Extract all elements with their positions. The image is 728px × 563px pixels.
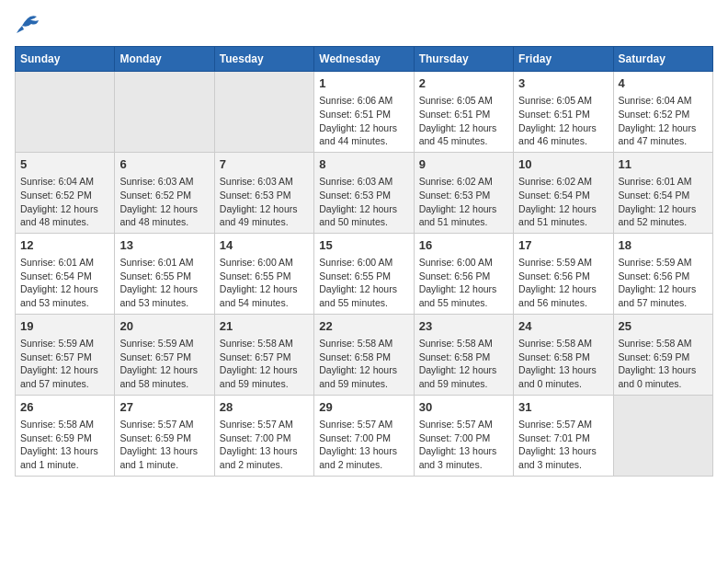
day-info: Sunrise: 5:57 AM Sunset: 7:01 PM Dayligh… (518, 418, 608, 472)
calendar-cell: 23Sunrise: 5:58 AM Sunset: 6:58 PM Dayli… (414, 314, 513, 395)
calendar-cell: 16Sunrise: 6:00 AM Sunset: 6:56 PM Dayli… (414, 233, 513, 314)
calendar-cell: 9Sunrise: 6:02 AM Sunset: 6:53 PM Daylig… (414, 152, 513, 233)
day-number: 19 (20, 318, 109, 335)
calendar-cell: 27Sunrise: 5:57 AM Sunset: 6:59 PM Dayli… (115, 395, 214, 476)
day-number: 16 (419, 237, 508, 254)
calendar-cell (16, 72, 115, 153)
day-number: 29 (319, 399, 408, 416)
day-number: 5 (20, 156, 109, 173)
day-info: Sunrise: 6:02 AM Sunset: 6:53 PM Dayligh… (419, 175, 508, 229)
day-number: 15 (319, 237, 408, 254)
day-number: 18 (619, 237, 708, 254)
day-info: Sunrise: 6:05 AM Sunset: 6:51 PM Dayligh… (518, 94, 608, 148)
weekday-header-wednesday: Wednesday (314, 47, 414, 72)
day-number: 26 (20, 399, 109, 416)
day-number: 13 (119, 237, 209, 254)
calendar-week-5: 26Sunrise: 5:58 AM Sunset: 6:59 PM Dayli… (16, 395, 713, 476)
day-info: Sunrise: 6:05 AM Sunset: 6:51 PM Dayligh… (419, 94, 508, 148)
calendar-cell: 14Sunrise: 6:00 AM Sunset: 6:55 PM Dayli… (214, 233, 313, 314)
day-number: 14 (220, 237, 309, 254)
day-info: Sunrise: 5:58 AM Sunset: 6:59 PM Dayligh… (619, 337, 708, 391)
day-info: Sunrise: 5:59 AM Sunset: 6:56 PM Dayligh… (619, 256, 708, 310)
day-number: 4 (619, 75, 708, 92)
day-number: 30 (419, 399, 508, 416)
day-number: 6 (119, 156, 209, 173)
day-number: 11 (619, 156, 708, 173)
weekday-header-thursday: Thursday (414, 47, 513, 72)
logo-bird-icon (15, 15, 40, 35)
day-number: 20 (119, 318, 209, 335)
weekday-header-friday: Friday (514, 47, 613, 72)
day-number: 7 (220, 156, 309, 173)
calendar-cell: 12Sunrise: 6:01 AM Sunset: 6:54 PM Dayli… (16, 233, 115, 314)
day-info: Sunrise: 5:59 AM Sunset: 6:57 PM Dayligh… (20, 337, 109, 391)
calendar-cell: 11Sunrise: 6:01 AM Sunset: 6:54 PM Dayli… (613, 152, 712, 233)
day-info: Sunrise: 5:57 AM Sunset: 6:59 PM Dayligh… (119, 418, 209, 472)
weekday-header-tuesday: Tuesday (214, 47, 313, 72)
day-number: 1 (319, 75, 408, 92)
day-info: Sunrise: 6:02 AM Sunset: 6:54 PM Dayligh… (518, 175, 608, 229)
calendar-cell: 21Sunrise: 5:58 AM Sunset: 6:57 PM Dayli… (214, 314, 313, 395)
calendar-body: 1Sunrise: 6:06 AM Sunset: 6:51 PM Daylig… (16, 72, 713, 477)
day-info: Sunrise: 5:57 AM Sunset: 7:00 PM Dayligh… (419, 418, 508, 472)
calendar-cell: 5Sunrise: 6:04 AM Sunset: 6:52 PM Daylig… (16, 152, 115, 233)
day-number: 22 (319, 318, 408, 335)
weekday-header-row: SundayMondayTuesdayWednesdayThursdayFrid… (16, 47, 713, 72)
calendar-cell (613, 395, 712, 476)
day-number: 8 (319, 156, 408, 173)
page-header (15, 15, 713, 35)
day-number: 31 (518, 399, 608, 416)
day-info: Sunrise: 6:04 AM Sunset: 6:52 PM Dayligh… (20, 175, 109, 229)
day-info: Sunrise: 6:00 AM Sunset: 6:55 PM Dayligh… (319, 256, 408, 310)
day-info: Sunrise: 5:58 AM Sunset: 6:57 PM Dayligh… (220, 337, 309, 391)
day-info: Sunrise: 5:58 AM Sunset: 6:59 PM Dayligh… (20, 418, 109, 472)
calendar-cell: 19Sunrise: 5:59 AM Sunset: 6:57 PM Dayli… (16, 314, 115, 395)
calendar-cell: 29Sunrise: 5:57 AM Sunset: 7:00 PM Dayli… (314, 395, 414, 476)
calendar-cell: 28Sunrise: 5:57 AM Sunset: 7:00 PM Dayli… (214, 395, 313, 476)
day-number: 21 (220, 318, 309, 335)
calendar-cell: 10Sunrise: 6:02 AM Sunset: 6:54 PM Dayli… (514, 152, 613, 233)
calendar-cell: 15Sunrise: 6:00 AM Sunset: 6:55 PM Dayli… (314, 233, 414, 314)
day-info: Sunrise: 6:01 AM Sunset: 6:54 PM Dayligh… (20, 256, 109, 310)
day-number: 23 (419, 318, 508, 335)
weekday-header-saturday: Saturday (613, 47, 712, 72)
calendar-week-3: 12Sunrise: 6:01 AM Sunset: 6:54 PM Dayli… (16, 233, 713, 314)
day-number: 12 (20, 237, 109, 254)
calendar-week-1: 1Sunrise: 6:06 AM Sunset: 6:51 PM Daylig… (16, 72, 713, 153)
day-number: 25 (619, 318, 708, 335)
day-number: 3 (518, 75, 608, 92)
weekday-header-monday: Monday (115, 47, 214, 72)
calendar-cell: 2Sunrise: 6:05 AM Sunset: 6:51 PM Daylig… (414, 72, 513, 153)
calendar-cell: 8Sunrise: 6:03 AM Sunset: 6:53 PM Daylig… (314, 152, 414, 233)
day-number: 17 (518, 237, 608, 254)
calendar-cell: 24Sunrise: 5:58 AM Sunset: 6:58 PM Dayli… (514, 314, 613, 395)
calendar-cell: 18Sunrise: 5:59 AM Sunset: 6:56 PM Dayli… (613, 233, 712, 314)
calendar-cell: 3Sunrise: 6:05 AM Sunset: 6:51 PM Daylig… (514, 72, 613, 153)
calendar-cell: 17Sunrise: 5:59 AM Sunset: 6:56 PM Dayli… (514, 233, 613, 314)
day-info: Sunrise: 5:57 AM Sunset: 7:00 PM Dayligh… (220, 418, 309, 472)
day-info: Sunrise: 6:03 AM Sunset: 6:53 PM Dayligh… (220, 175, 309, 229)
day-number: 9 (419, 156, 508, 173)
day-info: Sunrise: 6:01 AM Sunset: 6:55 PM Dayligh… (119, 256, 209, 310)
calendar-cell: 31Sunrise: 5:57 AM Sunset: 7:01 PM Dayli… (514, 395, 613, 476)
day-number: 24 (518, 318, 608, 335)
calendar-cell: 30Sunrise: 5:57 AM Sunset: 7:00 PM Dayli… (414, 395, 513, 476)
calendar-cell: 25Sunrise: 5:58 AM Sunset: 6:59 PM Dayli… (613, 314, 712, 395)
day-info: Sunrise: 5:58 AM Sunset: 6:58 PM Dayligh… (419, 337, 508, 391)
logo (15, 15, 44, 35)
calendar-cell (115, 72, 214, 153)
day-info: Sunrise: 6:01 AM Sunset: 6:54 PM Dayligh… (619, 175, 708, 229)
calendar-cell: 4Sunrise: 6:04 AM Sunset: 6:52 PM Daylig… (613, 72, 712, 153)
calendar-cell: 1Sunrise: 6:06 AM Sunset: 6:51 PM Daylig… (314, 72, 414, 153)
calendar-week-2: 5Sunrise: 6:04 AM Sunset: 6:52 PM Daylig… (16, 152, 713, 233)
day-info: Sunrise: 6:00 AM Sunset: 6:55 PM Dayligh… (220, 256, 309, 310)
calendar-table: SundayMondayTuesdayWednesdayThursdayFrid… (15, 46, 713, 477)
day-info: Sunrise: 6:04 AM Sunset: 6:52 PM Dayligh… (619, 94, 708, 148)
day-info: Sunrise: 5:59 AM Sunset: 6:57 PM Dayligh… (119, 337, 209, 391)
day-number: 28 (220, 399, 309, 416)
day-info: Sunrise: 6:03 AM Sunset: 6:52 PM Dayligh… (119, 175, 209, 229)
day-info: Sunrise: 5:58 AM Sunset: 6:58 PM Dayligh… (518, 337, 608, 391)
day-number: 2 (419, 75, 508, 92)
calendar-cell: 22Sunrise: 5:58 AM Sunset: 6:58 PM Dayli… (314, 314, 414, 395)
calendar-cell (214, 72, 313, 153)
